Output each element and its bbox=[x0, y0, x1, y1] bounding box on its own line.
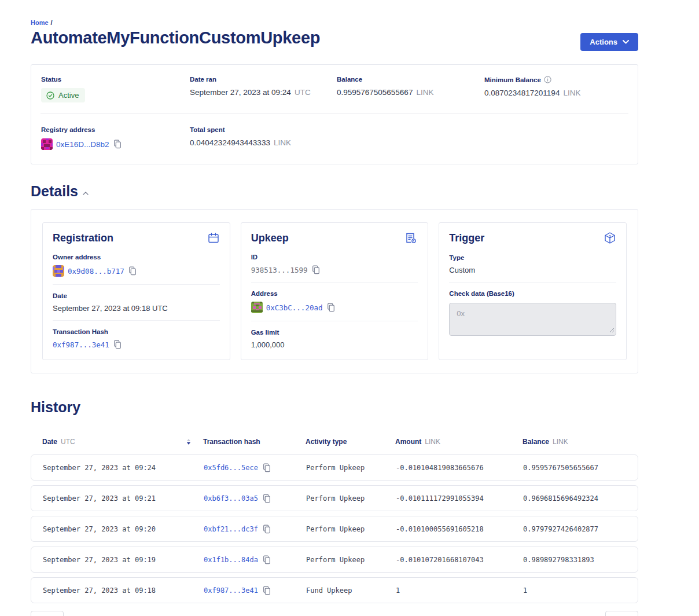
row-amount: -0.010104819083665676 bbox=[396, 464, 523, 472]
chevron-down-icon bbox=[623, 40, 629, 44]
row-tx-link[interactable]: 0xbf21...dc3f bbox=[204, 525, 258, 533]
divider bbox=[251, 321, 418, 321]
details-heading: Details bbox=[31, 183, 638, 200]
summary-row-2: Registry address 0xE16D...D8b2 Total spe… bbox=[31, 126, 638, 150]
upkeep-address-identicon bbox=[251, 302, 263, 313]
page: Home/ AutomateMyFunctionCustomUpkeep Act… bbox=[31, 0, 638, 616]
row-amount: -0.010107201668107043 bbox=[396, 556, 523, 564]
copy-icon[interactable] bbox=[262, 586, 271, 595]
summary-row-1: Status Active Date ran September 27, 202… bbox=[31, 76, 638, 102]
sort-icon[interactable] bbox=[187, 439, 190, 445]
row-amount: -0.010111172991055394 bbox=[396, 494, 523, 503]
column-date: Date UTC bbox=[42, 438, 203, 446]
check-circle-icon bbox=[46, 91, 54, 100]
title-row: AutomateMyFunctionCustomUpkeep Actions bbox=[31, 28, 638, 51]
balance-suffix: LINK bbox=[416, 88, 433, 97]
copy-icon[interactable] bbox=[326, 303, 335, 312]
column-amount: Amount LINK bbox=[395, 438, 523, 446]
prev-button[interactable]: Prev bbox=[31, 611, 64, 616]
min-balance-suffix: LINK bbox=[563, 89, 580, 97]
row-date: September 27, 2023 at 09:18 bbox=[43, 586, 204, 595]
row-tx-link[interactable]: 0xf987...3e41 bbox=[204, 586, 258, 595]
copy-icon[interactable] bbox=[113, 340, 122, 349]
transaction-hash-link[interactable]: 0xf987...3e41 bbox=[53, 340, 109, 349]
total-spent-field: Total spent 0.04042324943443333LINK bbox=[190, 126, 337, 150]
row-date: September 27, 2023 at 09:19 bbox=[43, 556, 204, 564]
row-balance: 0.9595767505655667 bbox=[523, 464, 626, 472]
table-row: September 27, 2023 at 09:24 0x5fd6...5ec… bbox=[31, 454, 638, 481]
page-title: AutomateMyFunctionCustomUpkeep bbox=[31, 28, 320, 47]
calendar-icon bbox=[207, 232, 220, 244]
summary-card: Status Active Date ran September 27, 202… bbox=[31, 64, 638, 164]
pagination: Prev Showing 1 to 5 of 5 entries Next bbox=[31, 611, 638, 616]
upkeep-address-link[interactable]: 0xC3bC...20ad bbox=[266, 303, 323, 312]
copy-icon[interactable] bbox=[262, 463, 271, 472]
history-heading: History bbox=[31, 399, 638, 416]
balance-value: 0.9595767505655667 bbox=[337, 88, 413, 97]
row-tx-link[interactable]: 0xb6f3...03a5 bbox=[204, 494, 258, 503]
owner-address-link[interactable]: 0x9d08...b717 bbox=[68, 267, 124, 276]
table-row: September 27, 2023 at 09:18 0xf987...3e4… bbox=[31, 577, 638, 603]
total-spent-suffix: LINK bbox=[274, 138, 291, 147]
row-tx-link[interactable]: 0x1f1b...84da bbox=[204, 556, 258, 564]
min-balance-field: Minimum Balance 0.0870234817201194LINK bbox=[484, 76, 628, 102]
divider bbox=[53, 284, 220, 285]
table-row: September 27, 2023 at 09:20 0xbf21...dc3… bbox=[31, 516, 638, 542]
check-data-textarea[interactable] bbox=[449, 303, 616, 336]
row-tx-link[interactable]: 0x5fd6...5ece bbox=[204, 464, 258, 472]
owner-address-label: Owner address bbox=[53, 254, 220, 261]
history-heading-label: History bbox=[31, 399, 80, 416]
row-date: September 27, 2023 at 09:24 bbox=[43, 464, 204, 472]
breadcrumb-home-link[interactable]: Home bbox=[31, 19, 49, 26]
column-activity-type: Activity type bbox=[306, 438, 395, 446]
min-balance-label: Minimum Balance bbox=[484, 76, 541, 83]
owner-identicon bbox=[53, 265, 64, 277]
copy-icon[interactable] bbox=[262, 494, 271, 503]
divider bbox=[449, 282, 616, 283]
registry-label: Registry address bbox=[41, 126, 190, 133]
breadcrumb: Home/ bbox=[31, 19, 638, 26]
registry-address-link[interactable]: 0xE16D...D8b2 bbox=[56, 140, 109, 149]
date-ran-field: Date ran September 27, 2023 at 09:24UTC bbox=[190, 76, 337, 102]
row-activity: Fund Upkeep bbox=[306, 586, 396, 595]
total-spent-value: 0.04042324943443333 bbox=[190, 138, 270, 147]
row-activity: Perform Upkeep bbox=[306, 525, 396, 533]
upkeep-id-value: 938513...1599 bbox=[251, 266, 308, 274]
trigger-type-value: Custom bbox=[449, 266, 475, 274]
registry-identicon bbox=[41, 138, 53, 150]
balance-field: Balance 0.9595767505655667LINK bbox=[337, 76, 484, 102]
copy-icon[interactable] bbox=[113, 140, 122, 149]
trigger-title: Trigger bbox=[449, 232, 484, 244]
column-amount-label: Amount bbox=[395, 438, 421, 446]
status-badge-label: Active bbox=[58, 91, 79, 100]
row-balance: 0.9696815696492324 bbox=[523, 494, 626, 503]
summary-divider bbox=[41, 113, 628, 114]
upkeep-address-label: Address bbox=[251, 290, 418, 297]
info-icon[interactable] bbox=[544, 76, 551, 83]
column-date-label: Date bbox=[42, 438, 57, 446]
copy-icon[interactable] bbox=[128, 266, 137, 276]
table-row: September 27, 2023 at 09:21 0xb6f3...03a… bbox=[31, 485, 638, 511]
divider bbox=[53, 320, 220, 321]
column-balance-label: Balance bbox=[523, 438, 549, 446]
row-activity: Perform Upkeep bbox=[306, 556, 396, 564]
date-ran-label: Date ran bbox=[190, 76, 337, 83]
actions-button-label: Actions bbox=[590, 38, 617, 46]
column-amount-suffix: LINK bbox=[425, 438, 440, 446]
actions-button[interactable]: Actions bbox=[580, 33, 638, 51]
collapse-caret-icon[interactable] bbox=[83, 192, 89, 195]
next-button[interactable]: Next bbox=[605, 611, 638, 616]
status-badge: Active bbox=[41, 88, 85, 102]
copy-icon[interactable] bbox=[262, 555, 271, 564]
registration-date-value: September 27, 2023 at 09:18 UTC bbox=[53, 304, 168, 313]
copy-icon[interactable] bbox=[262, 525, 271, 534]
row-balance: 0.989892798331893 bbox=[523, 556, 626, 564]
column-balance: Balance LINK bbox=[523, 438, 627, 446]
row-amount: -0.010100055691605218 bbox=[396, 525, 523, 533]
table-row: September 27, 2023 at 09:19 0x1f1b...84d… bbox=[31, 547, 638, 573]
copy-icon[interactable] bbox=[311, 265, 320, 274]
row-activity: Perform Upkeep bbox=[306, 464, 396, 472]
registration-title: Registration bbox=[53, 232, 113, 244]
row-balance: 1 bbox=[523, 586, 626, 595]
document-gear-icon bbox=[404, 232, 418, 244]
